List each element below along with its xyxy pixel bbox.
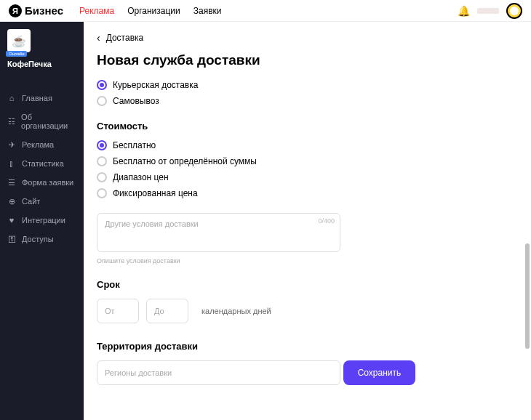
sidebar-item-label: Об организации (21, 113, 76, 130)
conditions-wrap: 0/400 (97, 213, 340, 254)
company-logo: ☕ Онлайн (7, 29, 31, 52)
access-icon: ⚿ (7, 235, 16, 243)
company-badge: Онлайн (6, 51, 27, 57)
radio-icon (97, 156, 107, 166)
sidebar-item-label: Сайт (22, 197, 40, 206)
radio-label: Фиксированная цена (113, 188, 198, 198)
nav-tab-ads[interactable]: Реклама (79, 6, 114, 16)
header: Я Бизнес Реклама Организации Заявки 🔔 (0, 0, 531, 22)
cost-group: Бесплатно Бесплатно от определённой сумм… (97, 140, 518, 198)
radio-free-from[interactable]: Бесплатно от определённой суммы (97, 156, 518, 166)
period-unit-label: календарных дней (201, 307, 271, 315)
form-icon: ☰ (7, 178, 16, 187)
logo-text: Бизнес (25, 4, 63, 17)
delivery-type-group: Курьерская доставка Самовывоз (97, 80, 518, 106)
radio-label: Бесплатно от определённой суммы (113, 156, 257, 166)
nav-tabs: Реклама Организации Заявки (79, 6, 221, 16)
main-content: ‹ Доставка Новая служба доставки Курьерс… (84, 0, 531, 420)
nav-tab-requests[interactable]: Заявки (193, 6, 222, 16)
sidebar-item-form[interactable]: ☰ Форма заявки (0, 173, 84, 192)
radio-icon (97, 140, 107, 150)
scrollbar-thumb[interactable] (525, 243, 530, 349)
radio-range[interactable]: Диапазон цен (97, 172, 518, 182)
site-icon: ⊕ (7, 197, 16, 206)
sidebar: ☕ Онлайн КофеПечка ⌂ Главная ☷ Об органи… (0, 0, 84, 420)
radio-fixed[interactable]: Фиксированная цена (97, 188, 518, 198)
period-title: Срок (97, 279, 518, 290)
sidebar-item-label: Доступы (22, 235, 54, 243)
radio-label: Диапазон цен (113, 172, 169, 182)
nav-tab-orgs[interactable]: Организации (127, 6, 180, 16)
sidebar-item-label: Форма заявки (22, 178, 73, 187)
conditions-hint: Опишите условия доставки (97, 257, 518, 264)
conditions-textarea[interactable] (97, 213, 340, 252)
radio-icon (97, 96, 107, 106)
radio-label: Курьерская доставка (113, 80, 198, 90)
company-block[interactable]: ☕ Онлайн КофеПечка (0, 22, 84, 76)
sidebar-item-label: Главная (22, 94, 52, 102)
avatar[interactable] (506, 3, 522, 19)
cost-title: Стоимость (97, 121, 518, 132)
about-icon: ☷ (7, 117, 15, 126)
period-to-input[interactable] (146, 299, 188, 323)
radio-icon (97, 188, 107, 198)
sidebar-item-about[interactable]: ☷ Об организации (0, 108, 84, 135)
page-title: Новая служба доставки (97, 52, 518, 68)
user-name-placeholder (477, 8, 499, 14)
radio-pickup[interactable]: Самовывоз (97, 96, 518, 106)
sidebar-item-label: Статистика (22, 159, 64, 168)
sidebar-item-access[interactable]: ⚿ Доступы (0, 230, 84, 249)
radio-label: Бесплатно (113, 140, 156, 150)
radio-free[interactable]: Бесплатно (97, 140, 518, 150)
radio-icon (97, 172, 107, 182)
radio-label: Самовывоз (113, 96, 159, 106)
company-name: КофеПечка (7, 60, 76, 68)
sidebar-item-stats[interactable]: ⫿ Статистика (0, 154, 84, 173)
territory-title: Территория доставки (97, 341, 518, 352)
sidebar-item-site[interactable]: ⊕ Сайт (0, 192, 84, 211)
sidebar-item-ads[interactable]: ✈ Реклама (0, 135, 84, 154)
territory-input[interactable] (97, 360, 340, 385)
breadcrumb: ‹ Доставка (97, 32, 518, 44)
ads-icon: ✈ (7, 140, 16, 149)
period-from-input[interactable] (97, 299, 139, 323)
sidebar-item-integrations[interactable]: ♥ Интеграции (0, 211, 84, 230)
logo-ya-icon: Я (9, 4, 22, 17)
home-icon: ⌂ (7, 94, 16, 102)
char-count: 0/400 (318, 217, 335, 225)
stats-icon: ⫿ (7, 159, 16, 168)
sidebar-menu: ⌂ Главная ☷ Об организации ✈ Реклама ⫿ С… (0, 89, 84, 249)
period-row: календарных дней (97, 299, 518, 323)
integrations-icon: ♥ (7, 216, 16, 225)
back-chevron-icon[interactable]: ‹ (97, 32, 100, 44)
header-right: 🔔 (458, 3, 522, 19)
radio-courier[interactable]: Курьерская доставка (97, 80, 518, 90)
save-button[interactable]: Сохранить (343, 360, 416, 385)
sidebar-item-home[interactable]: ⌂ Главная (0, 89, 84, 108)
sidebar-item-label: Интеграции (22, 216, 65, 225)
logo[interactable]: Я Бизнес (9, 4, 63, 17)
bell-icon[interactable]: 🔔 (458, 5, 470, 17)
breadcrumb-label: Доставка (106, 33, 144, 43)
radio-icon (97, 80, 107, 90)
sidebar-item-label: Реклама (22, 140, 54, 149)
